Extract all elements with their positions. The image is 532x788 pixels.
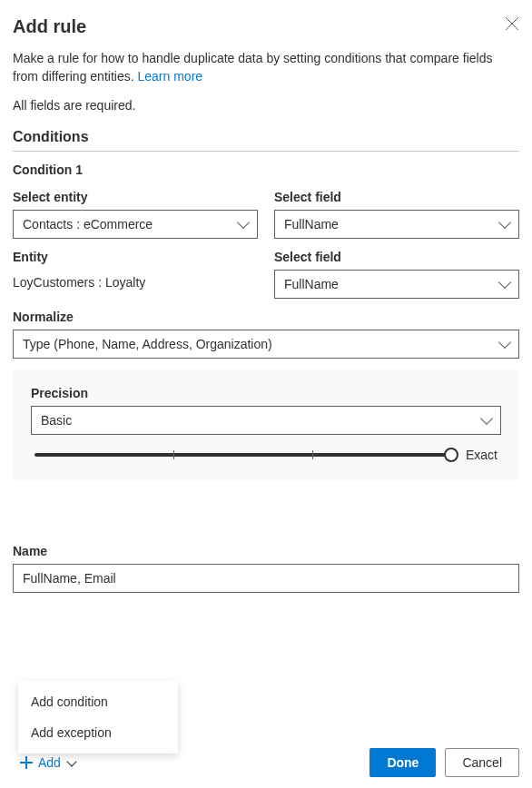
close-icon[interactable] [505,16,519,31]
done-button[interactable]: Done [369,748,436,777]
name-label: Name [13,544,519,558]
add-button[interactable]: Add [13,750,83,775]
condition-number-label: Condition 1 [13,163,519,177]
field1-select[interactable]: FullName [274,210,519,239]
precision-exact-label: Exact [466,448,498,462]
precision-slider-thumb[interactable] [444,448,458,462]
chevron-down-icon [66,756,76,766]
field2-label: Select field [274,250,519,264]
precision-value: Basic [41,413,72,428]
precision-select[interactable]: Basic [31,406,501,435]
panel-description: Make a rule for how to handle duplicate … [13,50,519,85]
field2-select[interactable]: FullName [274,270,519,299]
field1-label: Select field [274,190,519,204]
precision-panel: Precision Basic Exact [13,369,519,480]
panel-title: Add rule [13,16,86,37]
field1-value: FullName [284,217,339,231]
required-note: All fields are required. [13,98,519,113]
normalize-label: Normalize [13,310,519,324]
entity2-label: Entity [13,250,258,264]
precision-label: Precision [31,386,501,400]
entity2-value: LoyCustomers : Loyalty [13,270,258,290]
description-text: Make a rule for how to handle duplicate … [13,51,492,84]
entity1-label: Select entity [13,190,258,204]
field2-value: FullName [284,277,339,291]
normalize-value: Type (Phone, Name, Address, Organization… [23,337,272,351]
add-condition-item[interactable]: Add condition [18,686,178,717]
entity1-select[interactable]: Contacts : eCommerce [13,210,258,239]
cancel-button[interactable]: Cancel [445,748,519,777]
normalize-select[interactable]: Type (Phone, Name, Address, Organization… [13,330,519,359]
plus-icon [20,756,33,769]
add-exception-item[interactable]: Add exception [18,717,178,748]
name-input[interactable] [13,564,519,593]
add-button-label: Add [38,755,61,770]
precision-slider[interactable] [34,453,451,457]
add-menu-popup: Add condition Add exception [18,681,178,754]
entity1-value: Contacts : eCommerce [23,217,153,231]
conditions-heading: Conditions [13,129,519,152]
learn-more-link[interactable]: Learn more [137,69,202,84]
